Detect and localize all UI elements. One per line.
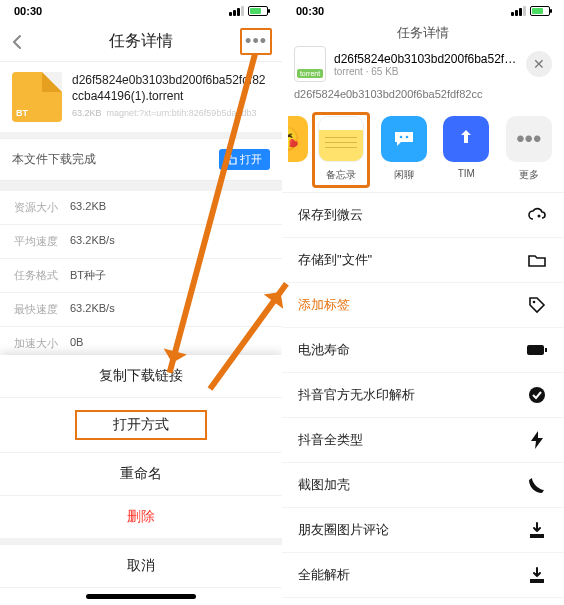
svg-point-1 — [405, 136, 408, 139]
share-apps-row: 😘 备忘录 闲聊 TIM ••• 更多 — [282, 108, 564, 192]
app-emoji-partial[interactable]: 😘 — [288, 116, 308, 162]
svg-rect-4 — [527, 345, 544, 355]
action-save-weiyun[interactable]: 保存到微云 — [282, 193, 564, 238]
signal-icon — [511, 6, 526, 16]
home-indicator — [86, 594, 196, 599]
check-icon — [526, 384, 548, 406]
info-row: 最快速度63.2KB/s — [0, 293, 282, 327]
action-add-tag[interactable]: 添加标签 — [282, 283, 564, 328]
action-douyin-all[interactable]: 抖音全类型 — [282, 418, 564, 463]
rename-option[interactable]: 重命名 — [0, 453, 282, 496]
info-row: 任务格式BT种子 — [0, 259, 282, 293]
download-status: 本文件下载完成 — [12, 151, 96, 168]
share-file-row: torrent d26f5824e0b3103bd200f6ba52fdf82c… — [294, 46, 552, 82]
status-icons — [229, 6, 268, 16]
left-screen: 00:30 任务详情 ••• BT d26f5824e0b3103bd200f6… — [0, 0, 282, 605]
torrent-file-icon: BT — [12, 72, 62, 122]
action-wechat-comment[interactable]: 朋友圈图片评论 — [282, 508, 564, 553]
action-battery[interactable]: 电池寿命 — [282, 328, 564, 373]
emoji-icon: 😘 — [288, 116, 308, 162]
info-row: 资源大小63.2KB — [0, 191, 282, 225]
action-douyin-nowm[interactable]: 抖音官方无水印解析 — [282, 373, 564, 418]
cancel-option[interactable]: 取消 — [0, 545, 282, 588]
share-file-below: d26f5824e0b3103bd200f6ba52fdf82cc — [294, 88, 552, 100]
delete-option[interactable]: 删除 — [0, 496, 282, 539]
download-icon — [526, 519, 548, 541]
app-tim[interactable]: TIM — [437, 116, 496, 182]
action-all-parse[interactable]: 全能解析 — [282, 553, 564, 598]
torrent-mini-icon: torrent — [294, 46, 326, 82]
share-file-sub: torrent · 65 KB — [334, 66, 518, 77]
status-bar: 00:30 — [0, 0, 282, 22]
page-title: 任务详情 — [109, 31, 173, 52]
notes-icon — [318, 116, 364, 162]
battery-icon — [530, 6, 550, 16]
right-screen: 00:30 任务详情 torrent d26f5824e0b3103bd200f… — [282, 0, 564, 605]
status-icons — [511, 6, 550, 16]
svg-point-2 — [538, 215, 541, 218]
more-icon[interactable]: ••• — [240, 28, 272, 55]
action-sheet: 复制下载链接 打开方式 重命名 删除 取消 — [0, 355, 282, 605]
battery-icon — [526, 339, 548, 361]
share-file-name: d26f5824e0b3103bd200f6ba52fdf82cc... — [334, 52, 518, 66]
app-notes[interactable]: 备忘录 — [312, 116, 371, 182]
share-title: 任务详情 — [294, 24, 552, 42]
download-status-row: 本文件下载完成 打开 — [0, 138, 282, 181]
download-icon — [526, 564, 548, 586]
tim-icon — [443, 116, 489, 162]
close-icon[interactable]: ✕ — [526, 51, 552, 77]
status-time: 00:30 — [296, 5, 324, 17]
action-save-files[interactable]: 存储到"文件" — [282, 238, 564, 283]
share-header: 任务详情 torrent d26f5824e0b3103bd200f6ba52f… — [282, 22, 564, 108]
info-row: 平均速度63.2KB/s — [0, 225, 282, 259]
svg-point-6 — [529, 387, 545, 403]
cloud-icon — [526, 204, 548, 226]
status-time: 00:30 — [14, 5, 42, 17]
status-bar: 00:30 — [282, 0, 564, 22]
tag-icon — [526, 294, 548, 316]
folder-icon — [526, 249, 548, 271]
svg-point-3 — [533, 301, 536, 304]
open-with-option[interactable]: 打开方式 — [0, 398, 282, 453]
battery-icon — [248, 6, 268, 16]
svg-rect-5 — [545, 348, 547, 352]
app-more[interactable]: ••• 更多 — [500, 116, 559, 182]
copy-link-option[interactable]: 复制下载链接 — [0, 355, 282, 398]
back-icon[interactable] — [10, 34, 26, 50]
signal-icon — [229, 6, 244, 16]
action-screenshot-shell[interactable]: 截图加壳 — [282, 463, 564, 508]
more-apps-icon: ••• — [506, 116, 552, 162]
app-xianliao[interactable]: 闲聊 — [375, 116, 434, 182]
svg-point-0 — [399, 136, 402, 139]
share-action-list: 保存到微云 存储到"文件" 添加标签 电池寿命 抖音官方无水印解析 抖音全类型 … — [282, 192, 564, 605]
header: 任务详情 ••• — [0, 22, 282, 62]
action-qr[interactable]: 识别二维码 1.1 — [282, 598, 564, 605]
chat-icon — [381, 116, 427, 162]
bolt-icon — [526, 429, 548, 451]
phone-icon — [526, 474, 548, 496]
